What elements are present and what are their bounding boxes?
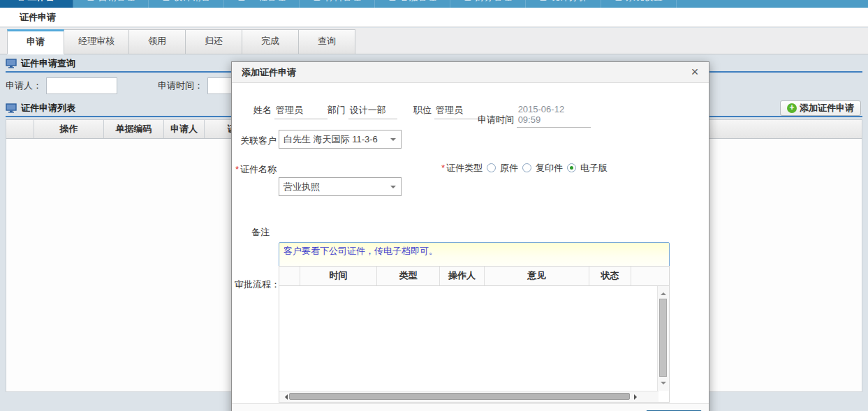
add-button-label: 添加证件申请 — [800, 102, 854, 114]
scroll-up-icon[interactable] — [661, 290, 666, 295]
horizontal-scroll-thumb[interactable] — [289, 393, 630, 400]
tab-return[interactable]: 归还 — [186, 29, 242, 54]
statistics-icon — [540, 0, 547, 1]
menu-label: 设计销售 — [173, 0, 209, 8]
position-value: 管理员 — [434, 104, 479, 119]
radio-original[interactable] — [487, 163, 496, 172]
close-icon[interactable]: × — [688, 62, 702, 83]
menu-label: 系统设置 — [626, 0, 662, 8]
menu-item-workbench[interactable]: ⌂ 工作台 — [0, 0, 73, 8]
dept-field: 部门 设计一部 — [328, 104, 397, 119]
required-asterisk: * — [441, 163, 445, 173]
tab-manager-review[interactable]: 经理审核 — [64, 29, 129, 54]
menu-item-marketing[interactable]: 营销管理 — [73, 0, 149, 8]
name-label: 姓名 — [253, 105, 272, 115]
approval-col-type: 类型 — [377, 267, 440, 285]
customer-label: 关联客户 — [237, 135, 277, 147]
page-title: 证件申请 — [20, 12, 56, 22]
column-operation: 操作 — [34, 120, 104, 138]
menu-label: 材料管理 — [324, 0, 360, 8]
marketing-icon — [87, 0, 94, 1]
materials-icon — [314, 0, 321, 1]
apply-time-label: 申请时间： — [158, 80, 203, 92]
approval-col-opinion: 意见 — [485, 267, 589, 285]
applicant-label: 申请人： — [6, 80, 42, 92]
add-certificate-request-button[interactable]: + 添加证件申请 — [780, 100, 861, 116]
modal-footer: 保存 保存/提交 — [232, 403, 709, 411]
radio-original-label: 原件 — [500, 162, 518, 174]
list-section-title: 证件申请列表 — [21, 102, 75, 114]
tab-collect[interactable]: 领用 — [129, 29, 186, 54]
apply-time-value: 2015-06-12 09:59 — [517, 104, 591, 128]
menu-item-materials[interactable]: 材料管理 — [300, 0, 375, 8]
query-section-title: 证件申请查询 — [21, 57, 75, 70]
approval-rows-empty — [279, 286, 657, 391]
design-icon — [163, 0, 170, 1]
cert-type-label: *证件类型 — [441, 162, 483, 174]
column-applicant: 申请人 — [164, 120, 205, 138]
required-asterisk: * — [235, 164, 239, 174]
name-field: 姓名 管理员 — [253, 104, 328, 119]
dept-label: 部门 — [328, 105, 346, 115]
plus-icon: + — [787, 103, 797, 113]
menu-label: 财务管理 — [475, 0, 511, 8]
apply-time-label: 申请时间 — [478, 114, 514, 125]
tab-search[interactable]: 查询 — [299, 29, 355, 54]
top-menu-bar: ⌂ 工作台 营销管理 设计销售 工程管理 材料管理 客服管理 财务管理 — [0, 0, 868, 8]
menu-label: 工作台 — [27, 0, 54, 8]
modal-title: 添加证件申请 — [242, 67, 296, 77]
horizontal-scrollbar[interactable] — [279, 391, 659, 402]
radio-copy-label: 复印件 — [536, 162, 563, 174]
menu-item-design-sales[interactable]: 设计销售 — [149, 0, 224, 8]
monitor-icon — [6, 59, 17, 68]
menu-item-service[interactable]: 客服管理 — [375, 0, 450, 8]
remark-text: 客户要看下公司证件，传电子档即可。 — [284, 246, 438, 256]
column-doc-code: 单据编码 — [104, 120, 164, 138]
applicant-input[interactable] — [46, 77, 117, 94]
position-label: 职位 — [413, 105, 432, 115]
modal-body: 姓名 管理员 部门 设计一部 职位 管理员 申请时间 2015-06-12 09… — [232, 83, 709, 411]
scroll-right-icon[interactable] — [634, 394, 640, 400]
approval-table-header: 时间 类型 操作人 意见 状态 — [279, 267, 669, 286]
breadcrumb-bar: 证件申请 — [0, 8, 868, 27]
radio-electronic-label: 电子版 — [580, 162, 608, 174]
cert-type-group: *证件类型 原件 复印件 电子版 — [441, 158, 608, 177]
remark-label: 备注 — [251, 226, 270, 239]
menu-label: 客服管理 — [399, 0, 436, 8]
approval-col-operator: 操作人 — [440, 267, 485, 285]
menu-item-finance[interactable]: 财务管理 — [450, 0, 526, 8]
vertical-scroll-thumb[interactable] — [659, 299, 667, 377]
approval-col-empty — [279, 267, 300, 285]
radio-electronic[interactable] — [567, 163, 576, 172]
cert-name-select[interactable]: 营业执照 — [279, 177, 402, 196]
service-icon — [389, 0, 396, 1]
scroll-down-icon[interactable] — [661, 382, 666, 387]
tab-strip: 申请 经理审核 领用 归还 完成 查询 — [0, 28, 868, 54]
engineering-icon — [238, 0, 245, 1]
settings-icon — [615, 0, 622, 1]
name-value: 管理员 — [274, 104, 328, 119]
menu-label: 营销管理 — [98, 0, 134, 8]
approval-table-body — [279, 286, 669, 391]
modal-title-bar: 添加证件申请 × — [232, 62, 709, 83]
monitor-icon — [6, 103, 17, 113]
menu-item-statistics[interactable]: 统计分析 — [526, 0, 601, 8]
vertical-scrollbar[interactable] — [657, 286, 669, 391]
dept-value: 设计一部 — [348, 104, 397, 119]
approval-label: 审批流程： — [235, 278, 280, 291]
approval-col-tail — [631, 267, 669, 285]
approval-col-status: 状态 — [589, 267, 631, 285]
menu-item-system-settings[interactable]: 系统设置 — [601, 0, 677, 8]
tab-apply[interactable]: 申请 — [7, 29, 64, 54]
scroll-left-icon[interactable] — [282, 394, 288, 400]
finance-icon — [464, 0, 471, 1]
cert-name-label: *证件名称 — [232, 163, 277, 176]
customer-select-value: 白先生 海天国际 11-3-6 — [284, 134, 378, 144]
apply-time-field: 申请时间 2015-06-12 09:59 — [478, 104, 591, 128]
tab-complete[interactable]: 完成 — [242, 29, 299, 54]
menu-item-engineering[interactable]: 工程管理 — [224, 0, 300, 8]
menu-label: 统计分析 — [550, 0, 587, 8]
radio-copy[interactable] — [522, 163, 531, 172]
cert-name-select-value: 营业执照 — [284, 181, 320, 192]
customer-select[interactable]: 白先生 海天国际 11-3-6 — [279, 130, 402, 149]
